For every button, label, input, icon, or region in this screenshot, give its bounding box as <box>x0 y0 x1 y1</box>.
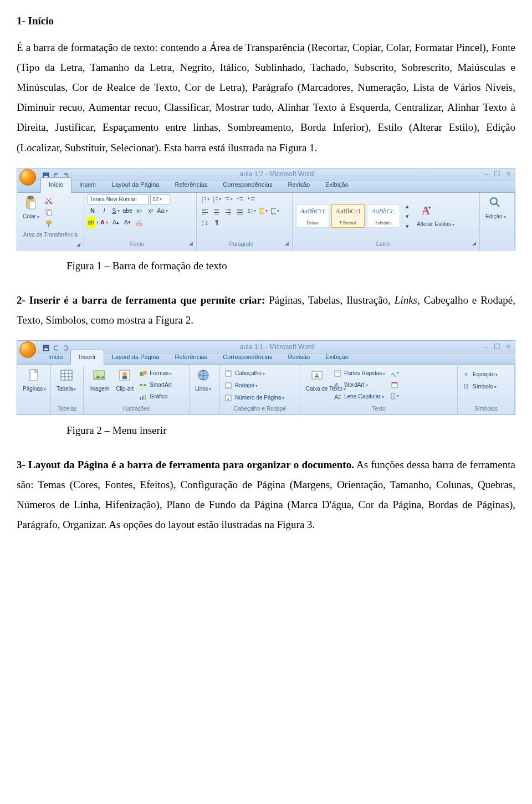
shading-button[interactable] <box>258 206 268 216</box>
tab-inicio[interactable]: Início <box>40 177 71 193</box>
partes-rapidas-button[interactable]: Partes Rápidas <box>332 368 385 378</box>
links-button[interactable]: Links <box>193 367 213 395</box>
figure-2-caption: Figura 2 – Menu inserir <box>66 421 515 441</box>
bullets-button[interactable] <box>200 194 210 204</box>
line-spacing-button[interactable] <box>247 206 257 216</box>
svg-rect-29 <box>239 201 243 201</box>
colar-button[interactable]: Colar <box>21 194 42 223</box>
superscript-button[interactable]: x2 <box>146 206 156 216</box>
office-orb-icon[interactable] <box>19 169 36 186</box>
svg-rect-32 <box>251 201 255 201</box>
grafico-button[interactable]: Gráfico <box>138 391 172 402</box>
tab-revisao[interactable]: Revisão <box>280 178 318 192</box>
caixa-texto-button[interactable]: ACaixa de Texto <box>304 367 330 395</box>
alterar-estilos-button[interactable]: A Alterar Estilos <box>415 202 440 231</box>
multilevel-button[interactable] <box>223 194 233 204</box>
date-icon[interactable] <box>390 380 400 390</box>
underline-button[interactable]: S <box>111 206 121 216</box>
tab-exibicao[interactable]: Exibição <box>318 178 356 192</box>
style-enfase[interactable]: AaBbCcIÊnfase <box>296 204 329 228</box>
align-right-button[interactable] <box>223 206 233 216</box>
minimize-icon[interactable]: – <box>484 167 488 181</box>
clipart-button[interactable]: Clip-art <box>114 367 136 395</box>
svg-rect-83 <box>335 371 340 376</box>
svg-rect-11 <box>136 223 142 226</box>
align-left-button[interactable] <box>200 206 210 216</box>
equacao-button[interactable]: πEquação <box>461 369 498 380</box>
close-icon[interactable]: × <box>506 340 510 354</box>
style-subtitulo[interactable]: AaBbCc.Subtítulo <box>367 204 400 228</box>
border-button[interactable] <box>270 206 280 216</box>
formas-button[interactable]: Formas <box>138 368 172 378</box>
cut-icon[interactable] <box>44 196 54 206</box>
wordart-button[interactable]: AWordArt <box>332 380 385 390</box>
svg-rect-24 <box>225 197 229 198</box>
indent-decrease-button[interactable] <box>235 194 245 204</box>
paginas-button[interactable]: Páginas <box>21 367 48 395</box>
cabecalho-button[interactable]: Cabeçalho <box>223 368 265 378</box>
redo-icon[interactable] <box>63 344 69 350</box>
copy-icon[interactable] <box>44 207 54 217</box>
save-icon[interactable] <box>43 171 49 178</box>
shrink-font-button[interactable]: A▾ <box>122 218 132 228</box>
close-icon[interactable]: × <box>506 167 510 181</box>
tab-referencias[interactable]: Referências <box>167 178 216 192</box>
simbolo-button[interactable]: ΩSímbolo <box>461 381 497 392</box>
styles-more-icon[interactable]: ▾ <box>402 221 412 231</box>
smartart-button[interactable]: SmartArt <box>138 380 172 390</box>
font-size-combo[interactable]: 12 <box>150 194 170 204</box>
italic-button[interactable]: I <box>99 206 109 216</box>
maximize-icon[interactable]: ☐ <box>494 167 500 181</box>
font-name-combo[interactable]: Times New Roman <box>88 194 149 204</box>
tab-inicio[interactable]: Início <box>40 350 70 365</box>
tab-inserir[interactable]: Inserir <box>70 350 104 365</box>
strike-button[interactable]: abc <box>122 206 132 216</box>
minimize-icon[interactable]: – <box>484 340 488 354</box>
numero-pagina-button[interactable]: #Número de Página <box>223 392 284 403</box>
change-case-button[interactable]: Aa <box>157 206 167 216</box>
style-normal[interactable]: AaBbCcI¶ Normal <box>331 204 365 228</box>
subscript-button[interactable]: x2 <box>134 206 144 216</box>
styles-down-icon[interactable]: ▾ <box>402 211 412 221</box>
svg-rect-25 <box>226 199 229 200</box>
tab-layout[interactable]: Layout da Página <box>104 178 167 192</box>
svg-rect-35 <box>202 212 208 213</box>
object-icon[interactable] <box>390 391 400 401</box>
show-all-button[interactable]: ¶ <box>212 218 222 228</box>
grow-font-button[interactable]: A▴ <box>111 218 121 228</box>
edicao-button[interactable]: Edição <box>483 194 508 223</box>
svg-point-93 <box>392 395 396 398</box>
redo-icon[interactable] <box>63 171 69 178</box>
imagem-button[interactable]: Imagem <box>87 367 111 395</box>
tab-revisao[interactable]: Revisão <box>280 350 318 365</box>
signature-icon[interactable] <box>390 368 400 378</box>
page-number-icon: # <box>223 393 233 403</box>
tab-exibicao[interactable]: Exibição <box>318 350 356 365</box>
undo-icon[interactable] <box>53 344 59 350</box>
clear-format-button[interactable] <box>134 218 144 228</box>
justify-button[interactable] <box>235 206 245 216</box>
format-painter-icon[interactable] <box>44 219 54 229</box>
undo-icon[interactable] <box>53 171 59 178</box>
tab-inserir[interactable]: Inserir <box>71 178 104 192</box>
office-orb-icon[interactable] <box>19 341 36 358</box>
tab-layout[interactable]: Layout da Página <box>104 350 167 365</box>
highlight-button[interactable]: ab <box>88 218 98 228</box>
align-center-button[interactable] <box>212 206 222 216</box>
styles-up-icon[interactable]: ▴ <box>402 201 412 211</box>
svg-rect-37 <box>214 209 219 209</box>
tab-corresp[interactable]: Correspondências <box>215 350 280 365</box>
rodape-button[interactable]: Rodapé <box>223 380 258 391</box>
tabela-button[interactable]: Tabela <box>54 367 78 395</box>
bold-button[interactable]: N <box>88 206 98 216</box>
maximize-icon[interactable]: ☐ <box>494 340 500 354</box>
tab-corresp[interactable]: Correspondências <box>215 178 280 192</box>
indent-increase-button[interactable] <box>247 194 257 204</box>
capitular-button[interactable]: ALetra Capitular <box>332 391 385 402</box>
sort-button[interactable]: AZ <box>200 218 210 228</box>
save-icon[interactable] <box>43 344 49 350</box>
tab-referencias[interactable]: Referências <box>167 350 216 365</box>
font-color-button[interactable]: A <box>99 218 109 228</box>
numbering-button[interactable]: 123 <box>212 194 222 204</box>
svg-rect-9 <box>47 221 51 224</box>
